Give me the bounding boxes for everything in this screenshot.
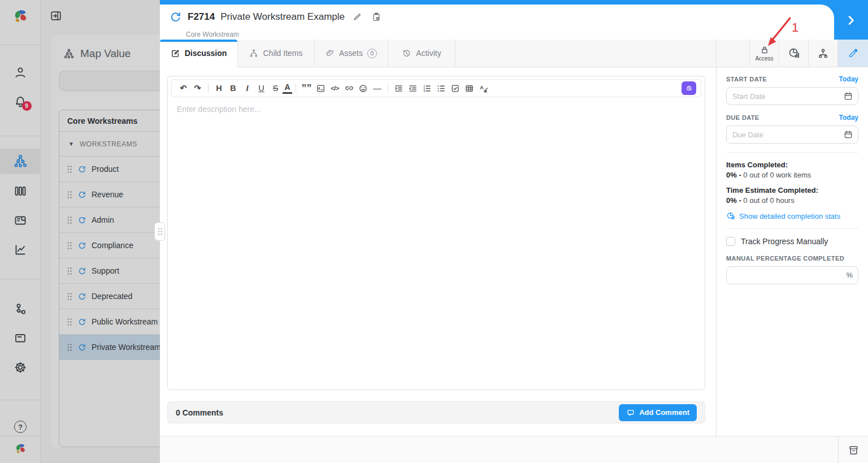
- italic-icon[interactable]: I: [240, 81, 254, 95]
- divider: [726, 152, 858, 153]
- paperclip-icon: [326, 49, 335, 58]
- tab-discussion[interactable]: Discussion: [160, 40, 238, 67]
- comment-bubble-icon: [626, 408, 635, 417]
- table-icon[interactable]: [462, 81, 476, 95]
- modal-content: ↶ ↷ H B I U S A ”” </>: [160, 67, 868, 436]
- clear-formatting-icon[interactable]: A: [476, 81, 491, 95]
- tab-details-eyedropper[interactable]: [837, 40, 868, 67]
- task-list-icon[interactable]: [448, 81, 462, 95]
- copy-clipboard-icon[interactable]: [371, 12, 381, 22]
- ai-assistant-button[interactable]: [682, 81, 696, 95]
- time-completed-label: Time Estimate Completed:: [726, 186, 858, 194]
- modal-header: F2714 Private Workstream Example Core Wo…: [160, 5, 834, 40]
- outdent-icon[interactable]: [406, 81, 420, 95]
- start-date-today-link[interactable]: Today: [839, 75, 858, 83]
- tab-hierarchy[interactable]: [808, 40, 837, 67]
- app-root: 9 ?: [0, 0, 868, 463]
- link-icon[interactable]: [342, 81, 356, 95]
- brain-icon: [685, 84, 693, 93]
- items-completed-label: Items Completed:: [726, 161, 858, 169]
- item-id: F2714: [188, 11, 215, 23]
- calendar-icon[interactable]: [843, 129, 853, 140]
- modal-footer: [160, 436, 868, 463]
- chevron-right-icon: [844, 14, 858, 27]
- side-tabs-gap: [716, 40, 749, 67]
- add-comment-button[interactable]: Add Comment: [619, 404, 697, 421]
- tabs-filler: [455, 40, 716, 67]
- divider: [726, 228, 858, 229]
- archive-box-icon: [848, 444, 860, 456]
- bold-icon[interactable]: B: [226, 81, 240, 95]
- child-items-tree-icon: [249, 49, 258, 58]
- track-progress-row: Track Progress Manually: [726, 237, 858, 246]
- due-date-today-link[interactable]: Today: [839, 114, 858, 122]
- indent-icon[interactable]: [392, 81, 406, 95]
- time-completed-value: 0% - 0 out of 0 hours: [726, 196, 858, 205]
- undo-icon[interactable]: ↶: [176, 81, 190, 95]
- comments-count: 0 Comments: [176, 408, 223, 417]
- percent-suffix: %: [846, 271, 853, 279]
- org-chart-icon: [817, 47, 829, 59]
- text-color-icon[interactable]: A: [283, 83, 292, 94]
- discussion-edit-icon: [171, 49, 180, 58]
- modal-backdrop[interactable]: [0, 0, 160, 463]
- page-title: Private Workstream Example: [220, 11, 345, 23]
- manual-percentage-label: MANUAL PERCENTAGE COMPLETED: [726, 255, 858, 262]
- strikethrough-icon[interactable]: S: [268, 81, 283, 95]
- pie-chart-stats-icon: [788, 47, 800, 59]
- due-date-label: DUE DATE: [726, 114, 760, 121]
- calendar-icon[interactable]: [843, 91, 853, 101]
- bullet-list-icon[interactable]: [434, 81, 448, 95]
- description-placeholder: Enter description here...: [177, 105, 261, 114]
- workstream-detail-modal: F2714 Private Workstream Example Core Wo…: [160, 0, 868, 463]
- underline-icon[interactable]: U: [254, 81, 268, 95]
- track-progress-checkbox[interactable]: [726, 237, 735, 246]
- comments-bar: 0 Comments Add Comment: [167, 401, 705, 423]
- inline-code-icon[interactable]: </>: [328, 81, 342, 95]
- details-panel: START DATE Today DUE DATE Today: [716, 67, 868, 436]
- tab-stats[interactable]: [779, 40, 808, 67]
- panel-resize-handle[interactable]: [154, 222, 165, 241]
- horizontal-rule-icon[interactable]: —: [370, 81, 384, 95]
- description-editor[interactable]: ↶ ↷ H B I U S A ”” </>: [167, 76, 705, 390]
- blockquote-icon[interactable]: ””: [300, 81, 314, 95]
- ordered-list-icon[interactable]: 123: [420, 81, 434, 95]
- archive-button[interactable]: [838, 436, 868, 463]
- modal-tabs: Discussion Child Items Assets 0 Activity…: [160, 40, 868, 67]
- emoji-icon[interactable]: [356, 81, 370, 95]
- collapse-panel-chevron-button[interactable]: [837, 8, 865, 33]
- code-block-icon[interactable]: [314, 81, 328, 95]
- due-date-input[interactable]: [726, 126, 858, 144]
- editor-toolbar: ↶ ↷ H B I U S A ”” </>: [171, 79, 701, 97]
- activity-history-icon: [402, 49, 411, 58]
- tab-activity[interactable]: Activity: [388, 40, 455, 67]
- svg-text:A: A: [480, 85, 484, 90]
- svg-text:3: 3: [423, 89, 425, 93]
- tab-child-items[interactable]: Child Items: [238, 40, 315, 67]
- redo-icon[interactable]: ↷: [190, 81, 205, 95]
- workstream-cycle-icon: [169, 10, 182, 23]
- tab-assets[interactable]: Assets 0: [315, 40, 388, 67]
- start-date-input[interactable]: [726, 87, 858, 105]
- items-completed-value: 0% - 0 out of 0 work items: [726, 171, 858, 179]
- tab-access[interactable]: Access: [749, 40, 779, 67]
- edit-title-pencil-icon[interactable]: [353, 12, 362, 21]
- show-completion-stats-link[interactable]: Show detailed completion stats: [726, 211, 858, 220]
- pie-chart-stats-icon: [726, 211, 735, 220]
- start-date-label: START DATE: [726, 76, 767, 83]
- assets-count-badge: 0: [367, 49, 377, 58]
- breadcrumb: Core Workstream: [186, 31, 239, 38]
- manual-percentage-input[interactable]: [726, 266, 858, 284]
- lock-icon: [760, 45, 770, 55]
- heading-icon[interactable]: H: [212, 81, 226, 95]
- eyedropper-icon: [848, 48, 858, 59]
